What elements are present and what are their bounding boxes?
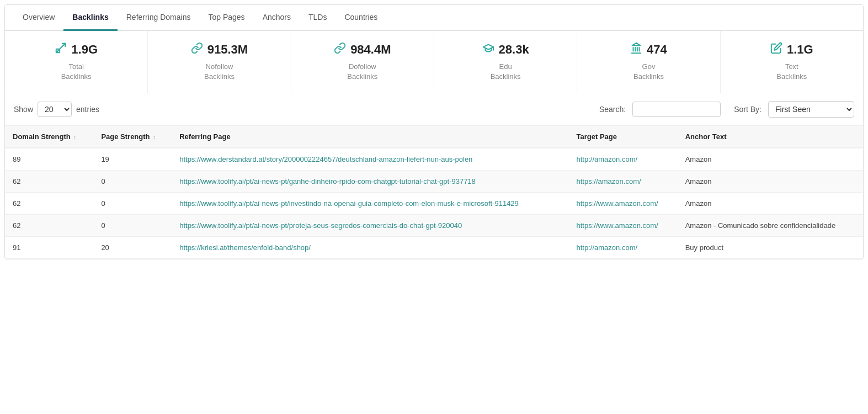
stats-row: 1.9GTotal Backlinks915.3MNofollow Backli…	[5, 31, 863, 93]
target-page-cell: https://www.amazon.com/	[569, 193, 678, 215]
stat-label-3: Edu Backlinks	[491, 62, 521, 82]
anchor-text-cell: Buy product	[678, 237, 863, 259]
table-row: 8919https://www.derstandard.at/story/200…	[5, 148, 863, 171]
referring-page-cell: https://www.derstandard.at/story/2000002…	[172, 148, 568, 171]
page-strength-cell: 19	[93, 148, 172, 171]
nav-tab-tlds[interactable]: TLDs	[300, 5, 336, 31]
domain-strength-cell: 62	[5, 215, 93, 237]
nav-tab-overview[interactable]: Overview	[14, 5, 63, 31]
stat-value-4: 474	[647, 43, 667, 57]
referring-page-link[interactable]: https://www.derstandard.at/story/2000002…	[179, 155, 472, 163]
domain-strength-cell: 62	[5, 193, 93, 215]
table-header: Domain Strength ↕Page Strength ↕Referrin…	[5, 126, 863, 148]
target-page-cell: https://amazon.com/	[569, 171, 678, 193]
domain-strength-cell: 91	[5, 237, 93, 259]
stat-value-2: 984.4M	[350, 43, 391, 57]
page-strength-cell: 0	[93, 193, 172, 215]
stat-card-backlinks: 1.1GText Backlinks	[721, 31, 863, 93]
target-page-cell: https://www.amazon.com/	[569, 215, 678, 237]
table-body: 8919https://www.derstandard.at/story/200…	[5, 148, 863, 259]
page-strength-cell: 0	[93, 171, 172, 193]
anchor-text-cell: Amazon	[678, 193, 863, 215]
text-icon	[770, 42, 782, 57]
stat-card-backlinks: 474Gov Backlinks	[577, 31, 720, 93]
target-page-link[interactable]: http://amazon.com/	[577, 155, 638, 163]
search-label: Search:	[599, 105, 626, 114]
stat-value-1: 915.3M	[207, 43, 248, 57]
stat-value-5: 1.1G	[787, 43, 813, 57]
target-page-link[interactable]: https://www.amazon.com/	[577, 199, 658, 208]
stat-card-backlinks: 984.4MDofollow Backlinks	[291, 31, 434, 93]
referring-page-cell: https://kriesi.at/themes/enfold-band/sho…	[172, 237, 568, 259]
stat-label-1: Nofollow Backlinks	[204, 62, 235, 82]
referring-page-link[interactable]: https://www.toolify.ai/pt/ai-news-pt/gan…	[179, 177, 476, 185]
dofollow-icon	[334, 42, 346, 57]
stat-card-backlinks: 1.9GTotal Backlinks	[5, 31, 148, 93]
table-row: 620https://www.toolify.ai/pt/ai-news-pt/…	[5, 215, 863, 237]
col-header-target-page: Target Page	[569, 126, 678, 148]
stat-label-5: Text Backlinks	[776, 62, 807, 82]
col-header-referring-page: Referring Page	[172, 126, 568, 148]
col-header-domain-strength[interactable]: Domain Strength ↕	[5, 126, 93, 148]
backlinks-icon	[55, 42, 67, 57]
backlinks-table: Domain Strength ↕Page Strength ↕Referrin…	[5, 126, 863, 259]
nav-tab-backlinks[interactable]: Backlinks	[63, 5, 117, 31]
target-page-cell: http://amazon.com/	[569, 148, 678, 171]
referring-page-link[interactable]: https://kriesi.at/themes/enfold-band/sho…	[179, 243, 311, 252]
table-row: 620https://www.toolify.ai/pt/ai-news-pt/…	[5, 171, 863, 193]
table-container: Domain Strength ↕Page Strength ↕Referrin…	[5, 126, 863, 259]
target-page-link[interactable]: http://amazon.com/	[577, 243, 638, 252]
stat-label-0: Total Backlinks	[61, 62, 92, 82]
anchor-text-cell: Amazon - Comunicado sobre confidencialid…	[678, 215, 863, 237]
svg-marker-6	[632, 43, 641, 46]
stat-label-2: Dofollow Backlinks	[347, 62, 377, 82]
table-row: 620https://www.toolify.ai/pt/ai-news-pt/…	[5, 193, 863, 215]
search-input[interactable]	[632, 102, 721, 117]
nav-tab-referring-domains[interactable]: Referring Domains	[118, 5, 200, 31]
show-label: Show	[14, 105, 33, 114]
entries-select[interactable]: 20 50 100	[38, 102, 72, 117]
stat-label-4: Gov Backlinks	[633, 62, 664, 82]
referring-page-link[interactable]: https://www.toolify.ai/pt/ai-news-pt/inv…	[179, 199, 519, 208]
nav-tab-top-pages[interactable]: Top Pages	[199, 5, 253, 31]
target-page-cell: http://amazon.com/	[569, 237, 678, 259]
domain-strength-cell: 89	[5, 148, 93, 171]
referring-page-cell: https://www.toolify.ai/pt/ai-news-pt/inv…	[172, 193, 568, 215]
nav-tab-countries[interactable]: Countries	[336, 5, 386, 31]
referring-page-cell: https://www.toolify.ai/pt/ai-news-pt/gan…	[172, 171, 568, 193]
stat-value-3: 28.3k	[499, 43, 529, 57]
nav-tab-anchors[interactable]: Anchors	[254, 5, 300, 31]
stat-value-0: 1.9G	[71, 43, 98, 57]
referring-page-link[interactable]: https://www.toolify.ai/pt/ai-news-pt/pro…	[179, 221, 462, 230]
target-page-link[interactable]: https://amazon.com/	[577, 177, 641, 185]
nofollow-icon	[191, 42, 203, 57]
nav-tabs: OverviewBacklinksReferring DomainsTop Pa…	[5, 5, 863, 31]
target-page-link[interactable]: https://www.amazon.com/	[577, 221, 658, 230]
controls-row: Show 20 50 100 entries Search: Sort By: …	[5, 93, 863, 126]
table-row: 9120https://kriesi.at/themes/enfold-band…	[5, 237, 863, 259]
sortby-label: Sort By:	[734, 105, 762, 114]
entries-label: entries	[76, 105, 99, 114]
edu-icon	[482, 42, 494, 57]
col-header-anchor-text: Anchor Text	[678, 126, 863, 148]
anchor-text-cell: Amazon	[678, 171, 863, 193]
sort-icon: ↕	[72, 134, 77, 140]
anchor-text-cell: Amazon	[678, 148, 863, 171]
sortby-select[interactable]: First SeenLast SeenDomain StrengthPage S…	[768, 101, 854, 118]
gov-icon	[630, 42, 642, 57]
stat-card-backlinks: 915.3MNofollow Backlinks	[148, 31, 291, 93]
page-strength-cell: 20	[93, 237, 172, 259]
sort-icon: ↕	[151, 134, 156, 140]
page-strength-cell: 0	[93, 215, 172, 237]
domain-strength-cell: 62	[5, 171, 93, 193]
referring-page-cell: https://www.toolify.ai/pt/ai-news-pt/pro…	[172, 215, 568, 237]
stat-card-backlinks: 28.3kEdu Backlinks	[434, 31, 577, 93]
col-header-page-strength[interactable]: Page Strength ↕	[93, 126, 172, 148]
